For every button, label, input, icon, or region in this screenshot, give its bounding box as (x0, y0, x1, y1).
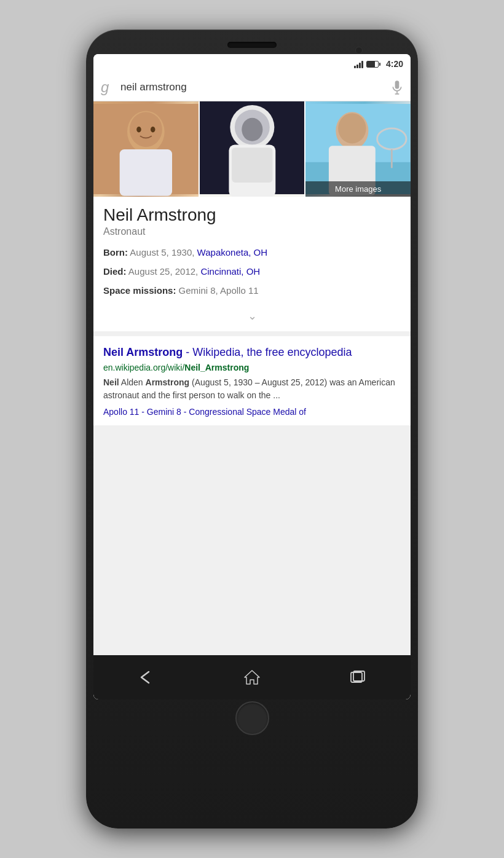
home-button[interactable] (235, 701, 269, 735)
svg-point-8 (151, 127, 156, 132)
bottom-nav (93, 655, 411, 699)
status-time: 4:20 (386, 59, 403, 69)
result-title-bold: Neil Armstrong (103, 346, 183, 358)
search-bar[interactable]: g neil armstrong (93, 74, 411, 101)
born-label: Born: (103, 247, 128, 258)
nav-recent-button[interactable] (342, 665, 373, 690)
born-place-link[interactable]: Wapakoneta, OH (197, 247, 268, 258)
link-gemini8[interactable]: Gemini 8 (147, 407, 181, 417)
result-url-bold: Neil_Armstrong (184, 363, 249, 372)
svg-rect-5 (120, 149, 172, 196)
expand-arrow[interactable]: ⌄ (93, 303, 411, 331)
result-url: en.wikipedia.org/wiki/Neil_Armstrong (103, 363, 401, 372)
person-image-2[interactable] (200, 101, 306, 197)
phone-device: 4:20 g neil armstrong (86, 30, 418, 828)
google-logo: g (101, 79, 116, 96)
knowledge-card: More images Neil Armstrong Astronaut Bor… (93, 101, 411, 331)
person-name: Neil Armstrong (103, 205, 401, 225)
person-image-1[interactable] (93, 101, 200, 197)
result-title-rest: - Wikipedia, the free encyclopedia (183, 346, 352, 358)
phone-camera (355, 47, 363, 54)
svg-rect-0 (395, 81, 400, 89)
person-info: Neil Armstrong Astronaut Born: August 5,… (93, 197, 411, 297)
result-links: Apollo 11 - Gemini 8 - Congressional Spa… (103, 407, 401, 417)
result-snippet: Neil Alden Armstrong (August 5, 1930 – A… (103, 376, 401, 402)
born-row: Born: August 5, 1930, Wapakoneta, OH (103, 246, 401, 259)
phone-screen: 4:20 g neil armstrong (93, 54, 411, 699)
status-bar: 4:20 (93, 54, 411, 74)
svg-point-18 (338, 113, 366, 143)
search-result-wikipedia: Neil Armstrong - Wikipedia, the free enc… (93, 336, 411, 425)
images-row: More images (93, 101, 411, 197)
svg-point-7 (136, 127, 141, 132)
nav-back-button[interactable] (131, 665, 162, 690)
died-place-link[interactable]: Cincinnati, OH (200, 266, 260, 277)
person-title: Astronaut (103, 226, 401, 237)
died-label: Died: (103, 266, 127, 277)
link-congressional-medal[interactable]: Congressional Space Medal of (189, 407, 306, 417)
snippet-armstrong: Armstrong (146, 377, 190, 387)
scroll-content: More images Neil Armstrong Astronaut Bor… (93, 101, 411, 655)
mic-icon[interactable] (391, 80, 403, 95)
svg-point-12 (242, 118, 262, 141)
born-date: August 5, 1930, (130, 247, 194, 258)
died-date: August 25, 2012, (128, 266, 198, 277)
phone-speaker (227, 42, 277, 48)
result-title-link[interactable]: Neil Armstrong - Wikipedia, the free enc… (103, 345, 401, 360)
phone-bottom (93, 699, 411, 736)
missions-value: Gemini 8, Apollo 11 (179, 285, 259, 296)
battery-icon (366, 61, 380, 68)
status-icons: 4:20 (354, 59, 403, 69)
snippet-neil: Neil (103, 377, 119, 387)
svg-rect-14 (232, 148, 272, 183)
signal-icon (354, 60, 363, 68)
link-apollo11[interactable]: Apollo 11 (103, 407, 139, 417)
svg-point-6 (130, 112, 162, 147)
person-image-3[interactable]: More images (305, 101, 411, 197)
nav-home-button[interactable] (237, 665, 267, 690)
died-row: Died: August 25, 2012, Cincinnati, OH (103, 265, 401, 278)
missions-row: Space missions: Gemini 8, Apollo 11 (103, 284, 401, 297)
missions-label: Space missions: (103, 285, 176, 296)
more-images-overlay[interactable]: More images (305, 181, 411, 197)
search-query[interactable]: neil armstrong (120, 81, 386, 93)
result-url-plain: en.wikipedia.org/wiki/ (103, 363, 184, 372)
